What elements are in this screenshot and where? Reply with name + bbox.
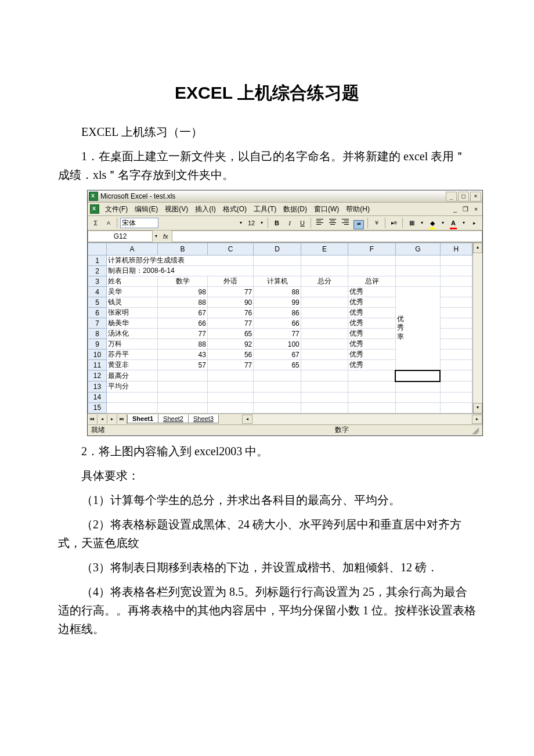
cell[interactable]: 77 bbox=[254, 329, 301, 339]
cell[interactable] bbox=[440, 360, 472, 370]
cell[interactable] bbox=[207, 370, 253, 381]
row-header[interactable]: 14 bbox=[88, 392, 107, 402]
cell[interactable] bbox=[440, 297, 472, 308]
cell[interactable] bbox=[440, 392, 472, 402]
col-header-d[interactable]: D bbox=[254, 243, 301, 255]
row-header[interactable]: 5 bbox=[88, 297, 107, 308]
col-header-f[interactable]: F bbox=[348, 243, 396, 255]
autosum-button[interactable]: Σ bbox=[90, 218, 102, 228]
cell[interactable] bbox=[440, 329, 472, 339]
maximize-button[interactable]: □ bbox=[458, 192, 469, 201]
cell[interactable] bbox=[395, 392, 440, 402]
scroll-right-icon[interactable]: ▸ bbox=[472, 415, 482, 424]
row-header[interactable]: 3 bbox=[88, 276, 107, 287]
cell[interactable]: 万科 bbox=[106, 339, 157, 350]
cell[interactable]: 汤沐化 bbox=[106, 329, 157, 339]
col-header-g[interactable]: G bbox=[395, 243, 440, 255]
cell[interactable] bbox=[440, 266, 472, 276]
cell[interactable] bbox=[395, 276, 440, 287]
cell[interactable] bbox=[301, 329, 348, 339]
cell[interactable]: 77 bbox=[207, 360, 253, 370]
doc-minimize-button[interactable]: _ bbox=[451, 206, 459, 213]
cell[interactable] bbox=[301, 339, 348, 350]
cell[interactable]: 88 bbox=[254, 287, 301, 297]
cell[interactable]: 总评 bbox=[348, 276, 396, 287]
cell[interactable]: 优秀 bbox=[348, 360, 396, 370]
row-header[interactable]: 6 bbox=[88, 308, 107, 318]
cell[interactable]: 优秀 bbox=[348, 318, 396, 329]
toolbar-options-button[interactable]: ▸ bbox=[468, 218, 480, 228]
cell[interactable]: 56 bbox=[207, 350, 253, 360]
cell[interactable] bbox=[440, 308, 472, 318]
spreadsheet-grid[interactable]: A B C D E F G H 1 计算机班部分学生成绩表 2 制表日期：200… bbox=[88, 243, 472, 413]
cell[interactable]: 67 bbox=[158, 308, 208, 318]
row-header[interactable]: 9 bbox=[88, 339, 107, 350]
align-right-button[interactable] bbox=[340, 218, 351, 228]
increase-indent-button[interactable]: ▸≡ bbox=[388, 218, 400, 228]
cell[interactable]: 黄亚非 bbox=[106, 360, 157, 370]
merge-center-button[interactable]: ⇄ bbox=[352, 218, 365, 228]
tab-nav-last-icon[interactable]: ⏭ bbox=[117, 415, 127, 424]
doc-close-button[interactable]: × bbox=[472, 206, 480, 213]
col-header-a[interactable]: A bbox=[106, 243, 157, 255]
cell[interactable]: 67 bbox=[254, 350, 301, 360]
cell[interactable] bbox=[440, 318, 472, 329]
cell[interactable] bbox=[440, 287, 472, 297]
cell[interactable]: 优秀 bbox=[348, 297, 396, 308]
row-header[interactable]: 13 bbox=[88, 381, 107, 393]
cell[interactable] bbox=[301, 402, 348, 413]
cell[interactable] bbox=[254, 381, 301, 393]
cell[interactable] bbox=[301, 370, 348, 381]
cell[interactable] bbox=[440, 339, 472, 350]
sheet-tab-3[interactable]: Sheet3 bbox=[188, 415, 219, 423]
cell[interactable] bbox=[158, 402, 208, 413]
cell[interactable] bbox=[254, 370, 301, 381]
cell[interactable]: 92 bbox=[207, 339, 253, 350]
cell[interactable] bbox=[301, 318, 348, 329]
cell[interactable]: 吴华 bbox=[106, 287, 157, 297]
scroll-down-icon[interactable]: ▾ bbox=[473, 403, 482, 413]
cell[interactable]: 总分 bbox=[301, 276, 348, 287]
cell[interactable] bbox=[348, 370, 396, 381]
cell[interactable]: 数学 bbox=[158, 276, 208, 287]
close-button[interactable]: × bbox=[470, 192, 481, 201]
cell[interactable]: 88 bbox=[158, 339, 208, 350]
name-box-dropdown-icon[interactable]: ▾ bbox=[153, 231, 160, 242]
minimize-button[interactable]: _ bbox=[446, 192, 457, 201]
cell[interactable] bbox=[301, 360, 348, 370]
row-header[interactable]: 7 bbox=[88, 318, 107, 329]
menu-file[interactable]: 文件(F) bbox=[102, 203, 131, 215]
menu-data[interactable]: 数据(D) bbox=[280, 203, 311, 215]
cell[interactable] bbox=[254, 266, 301, 276]
cell[interactable] bbox=[301, 297, 348, 308]
cell[interactable] bbox=[301, 255, 348, 266]
cell[interactable] bbox=[301, 308, 348, 318]
cell[interactable]: 76 bbox=[207, 308, 253, 318]
cell[interactable]: 外语 bbox=[207, 276, 253, 287]
row-header[interactable]: 12 bbox=[88, 370, 107, 381]
select-all-corner[interactable] bbox=[88, 243, 107, 255]
cell[interactable] bbox=[440, 350, 472, 360]
cell[interactable]: 优秀 bbox=[348, 287, 396, 297]
cell[interactable]: 99 bbox=[254, 297, 301, 308]
scroll-up-icon[interactable]: ▴ bbox=[473, 243, 482, 253]
row-header[interactable]: 1 bbox=[88, 255, 107, 266]
cell[interactable] bbox=[254, 392, 301, 402]
font-color-dropdown-icon[interactable]: ▾ bbox=[460, 218, 467, 228]
cell[interactable]: 计算机 bbox=[254, 276, 301, 287]
menu-tools[interactable]: 工具(T) bbox=[250, 203, 280, 215]
cell[interactable]: 88 bbox=[158, 297, 208, 308]
cell[interactable]: 钱灵 bbox=[106, 297, 157, 308]
cell[interactable] bbox=[158, 370, 208, 381]
menu-help[interactable]: 帮助(H) bbox=[342, 203, 373, 215]
cell[interactable]: 最高分 bbox=[106, 370, 157, 381]
col-header-c[interactable]: C bbox=[207, 243, 253, 255]
cell[interactable] bbox=[158, 392, 208, 402]
cell[interactable]: 90 bbox=[207, 297, 253, 308]
bold-button[interactable]: B bbox=[271, 218, 283, 228]
cell[interactable] bbox=[207, 402, 253, 413]
menu-format[interactable]: 格式(O) bbox=[219, 203, 250, 215]
row-header[interactable]: 2 bbox=[88, 266, 107, 276]
cell[interactable] bbox=[348, 255, 396, 266]
active-cell[interactable] bbox=[395, 370, 440, 381]
